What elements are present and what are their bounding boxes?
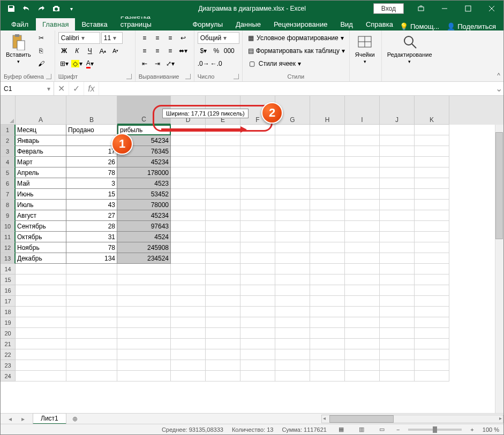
cell[interactable] xyxy=(310,285,345,296)
cell[interactable] xyxy=(66,360,117,371)
cell[interactable] xyxy=(275,253,310,264)
font-size-combo[interactable]: 11▾ xyxy=(101,32,123,44)
close-icon[interactable] xyxy=(480,1,503,17)
cell[interactable] xyxy=(117,317,171,328)
cell[interactable] xyxy=(380,349,415,360)
comma-icon[interactable]: 000 xyxy=(223,45,235,57)
cell[interactable] xyxy=(117,264,171,274)
cell[interactable] xyxy=(240,371,275,381)
cell[interactable] xyxy=(66,307,117,317)
cell[interactable] xyxy=(206,221,240,232)
cell[interactable] xyxy=(415,125,449,135)
cell[interactable] xyxy=(310,264,345,274)
cell[interactable]: Месяц xyxy=(16,125,66,135)
cell[interactable] xyxy=(380,135,415,146)
cell[interactable]: 97643 xyxy=(117,221,171,232)
cell[interactable] xyxy=(171,232,206,242)
editing-button[interactable]: Редактирование ▾ xyxy=(385,32,434,79)
cell[interactable] xyxy=(240,296,275,307)
cell[interactable] xyxy=(240,221,275,232)
cell[interactable] xyxy=(171,146,206,157)
tab-data[interactable]: Данные xyxy=(229,18,267,30)
vertical-scrollbar[interactable] xyxy=(495,125,503,413)
cell[interactable]: Июль xyxy=(16,200,66,210)
ribbon-display-icon[interactable] xyxy=(409,1,433,17)
conditional-formatting-button[interactable]: ▦Условное форматирование ▾ xyxy=(246,32,346,44)
align-center-icon[interactable]: ≡ xyxy=(152,45,163,57)
cell[interactable] xyxy=(380,178,415,189)
cell[interactable] xyxy=(206,317,240,328)
cell[interactable] xyxy=(206,135,240,146)
qat-more-icon[interactable]: ▾ xyxy=(65,2,78,15)
dialog-launcher-icon[interactable] xyxy=(185,74,191,79)
cell[interactable]: 53452 xyxy=(117,189,171,200)
cell[interactable]: 45234 xyxy=(117,157,171,167)
row-header[interactable]: 10 xyxy=(1,221,16,232)
cell[interactable] xyxy=(275,296,310,307)
cell[interactable] xyxy=(275,285,310,296)
cell[interactable] xyxy=(380,307,415,317)
cell[interactable] xyxy=(310,146,345,157)
cell[interactable] xyxy=(16,274,66,285)
cell[interactable] xyxy=(171,264,206,274)
cell[interactable] xyxy=(345,328,380,339)
cell[interactable] xyxy=(240,307,275,317)
cell[interactable] xyxy=(240,339,275,349)
zoom-slider[interactable] xyxy=(408,429,462,431)
cell[interactable] xyxy=(171,360,206,371)
cell[interactable] xyxy=(275,178,310,189)
cut-icon[interactable]: ✂ xyxy=(35,32,47,44)
cell[interactable]: 28 xyxy=(66,221,117,232)
cell[interactable] xyxy=(117,360,171,371)
cell[interactable] xyxy=(345,157,380,167)
row-header[interactable]: 12 xyxy=(1,242,16,253)
cell[interactable] xyxy=(117,328,171,339)
cell[interactable] xyxy=(206,232,240,242)
cell[interactable] xyxy=(380,264,415,274)
cell[interactable] xyxy=(66,339,117,349)
cell[interactable] xyxy=(206,125,240,135)
cell[interactable] xyxy=(206,253,240,264)
cell[interactable]: Октябрь xyxy=(16,232,66,242)
cell[interactable] xyxy=(66,274,117,285)
cell[interactable] xyxy=(275,210,310,221)
row-header[interactable]: 16 xyxy=(1,285,16,296)
cell[interactable] xyxy=(171,339,206,349)
cell[interactable] xyxy=(415,371,449,381)
cell[interactable] xyxy=(240,178,275,189)
cell[interactable] xyxy=(345,178,380,189)
cell[interactable] xyxy=(16,264,66,274)
enter-formula-icon[interactable]: ✓ xyxy=(69,82,84,95)
row-header[interactable]: 14 xyxy=(1,264,16,274)
cell[interactable] xyxy=(240,360,275,371)
cell[interactable] xyxy=(117,339,171,349)
cell[interactable]: 78 xyxy=(66,242,117,253)
cell[interactable] xyxy=(310,296,345,307)
cell[interactable] xyxy=(345,210,380,221)
cell[interactable]: 15 xyxy=(66,189,117,200)
cell[interactable]: 45234 xyxy=(117,210,171,221)
cell[interactable]: Январь xyxy=(16,135,66,146)
cell[interactable] xyxy=(206,274,240,285)
cell[interactable] xyxy=(310,371,345,381)
expand-formula-icon[interactable]: ⌄ xyxy=(494,82,503,95)
cell[interactable] xyxy=(66,328,117,339)
cell[interactable]: Май xyxy=(16,178,66,189)
cell[interactable] xyxy=(310,317,345,328)
cell[interactable] xyxy=(415,135,449,146)
cell[interactable] xyxy=(310,135,345,146)
cell[interactable] xyxy=(275,167,310,178)
row-header[interactable]: 1 xyxy=(1,125,16,135)
cell[interactable]: Ноябрь xyxy=(16,242,66,253)
cell[interactable] xyxy=(345,339,380,349)
cell[interactable] xyxy=(275,349,310,360)
cell[interactable] xyxy=(415,285,449,296)
horizontal-scrollbar[interactable]: ◂ ▸ xyxy=(321,415,503,423)
cell[interactable] xyxy=(345,242,380,253)
cell[interactable] xyxy=(275,221,310,232)
cell[interactable] xyxy=(240,232,275,242)
align-middle-icon[interactable]: ≡ xyxy=(152,32,163,44)
cell[interactable] xyxy=(16,328,66,339)
row-header[interactable]: 19 xyxy=(1,317,16,328)
cell[interactable] xyxy=(66,317,117,328)
